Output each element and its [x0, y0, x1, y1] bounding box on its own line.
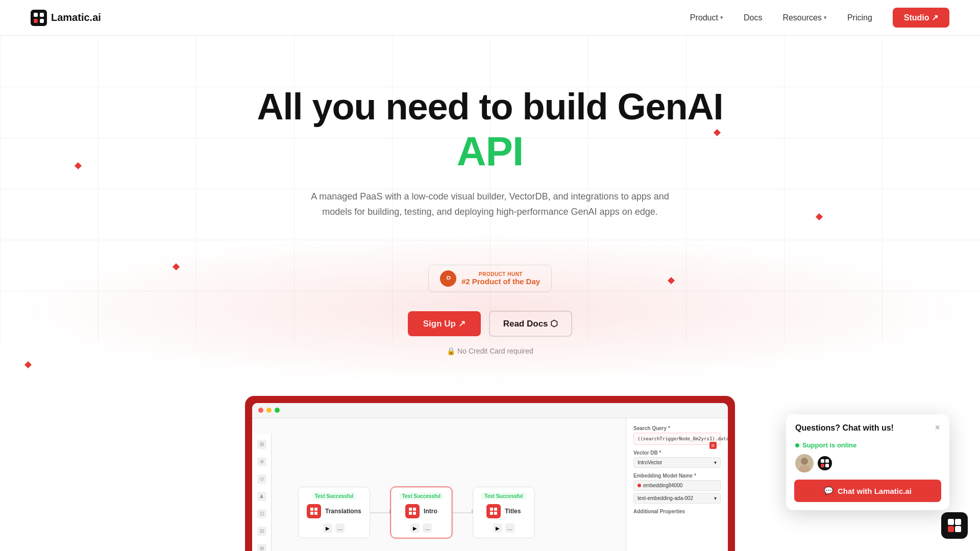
nav-product[interactable]: Product ▾	[690, 13, 723, 22]
chat-avatars	[786, 454, 949, 480]
svg-rect-27	[955, 526, 961, 532]
sidebar-icon-7[interactable]: ⊞	[257, 544, 266, 551]
nav-docs[interactable]: Docs	[744, 13, 762, 22]
product-hunt-logo	[440, 270, 456, 287]
workflow-node-intro[interactable]: Test Successful Intro ▶ …	[390, 487, 452, 538]
node-2-action-1[interactable]: ▶	[410, 523, 420, 533]
chat-cta-button[interactable]: 💬 Chat with Lamatic.ai	[794, 480, 941, 502]
status-dot	[795, 443, 799, 447]
svg-point-19	[799, 465, 810, 472]
search-query-value[interactable]: ((searchTriggerNode_8m2yrs1).dataset_sea…	[633, 433, 721, 445]
chat-icon: 💬	[824, 486, 834, 495]
node-1-icon	[307, 504, 321, 518]
query-action-icon[interactable]: ⊡	[709, 442, 717, 449]
node-1-action-1[interactable]: ▶	[323, 523, 332, 533]
connector-2	[452, 512, 473, 513]
canvas-area: ⊞ ⊛ ⊙ ♟ ⊡ ⊟ ⊞ Test Successful	[252, 418, 728, 551]
window-dot-green	[275, 408, 280, 413]
svg-rect-25	[955, 519, 961, 525]
svg-rect-1	[34, 13, 38, 17]
node-2-action-2[interactable]: …	[423, 523, 432, 533]
svg-rect-0	[31, 10, 47, 26]
search-query-label: Search Query *	[633, 425, 721, 431]
svg-rect-16	[490, 512, 493, 515]
select-chevron: ▾	[714, 460, 717, 465]
navbar: Lamatic.ai Product ▾ Docs Resources ▾ Pr…	[0, 0, 980, 36]
svg-rect-8	[310, 512, 313, 515]
svg-rect-12	[409, 512, 412, 515]
svg-rect-17	[494, 512, 497, 515]
workflow-nodes: Test Successful Translations ▶ …	[278, 487, 650, 538]
svg-rect-11	[413, 508, 416, 511]
chat-widget: Questions? Chat with us! × Support is on…	[786, 414, 949, 510]
embedding-dot	[638, 484, 641, 487]
svg-point-18	[801, 458, 808, 465]
chat-status: Support is online	[786, 441, 949, 454]
chat-avatar-bot	[818, 456, 832, 470]
svg-rect-26	[948, 526, 954, 532]
node-3-action-1[interactable]: ▶	[493, 523, 502, 533]
sidebar-icon-6[interactable]: ⊟	[257, 527, 266, 536]
node-1-action-2[interactable]: …	[335, 523, 345, 533]
node-2-status: Test Successful	[399, 492, 444, 500]
cta-buttons: Sign Up ↗ Read Docs ⬡	[0, 311, 980, 337]
embedding-model-select[interactable]: text-embedding-ada-002 ▾	[633, 493, 721, 504]
workflow-node-translations[interactable]: Test Successful Translations ▶ …	[298, 487, 370, 538]
svg-rect-13	[413, 512, 416, 515]
node-3-icon	[486, 504, 501, 518]
svg-rect-22	[821, 464, 824, 467]
chat-status-text: Support is online	[802, 441, 856, 449]
laptop-screen: ⊞ ⊛ ⊙ ♟ ⊡ ⊟ ⊞ Test Successful	[252, 403, 728, 551]
resources-chevron-icon: ▾	[824, 14, 827, 21]
svg-rect-9	[314, 512, 317, 515]
studio-button[interactable]: Studio ↗	[893, 8, 949, 28]
sidebar-icon-5[interactable]: ⊡	[257, 509, 266, 518]
svg-rect-6	[310, 508, 313, 511]
embedding-model-value-1[interactable]: embedding84000	[633, 480, 721, 491]
nav-links: Product ▾ Docs Resources ▾ Pricing Studi…	[690, 8, 949, 28]
product-hunt-text: PRODUCT HUNT #2 Product of the Day	[461, 271, 540, 286]
sidebar-icon-1[interactable]: ⊞	[257, 440, 266, 449]
svg-rect-20	[821, 459, 824, 463]
logo[interactable]: Lamatic.ai	[31, 10, 101, 26]
svg-rect-4	[40, 19, 44, 23]
nav-pricing[interactable]: Pricing	[847, 13, 872, 22]
vector-db-select[interactable]: IntroVector ▾	[633, 457, 721, 468]
logo-icon	[31, 10, 47, 26]
svg-point-5	[444, 274, 453, 283]
chat-avatar-human	[795, 454, 814, 472]
node-3-action-2[interactable]: …	[505, 523, 514, 533]
product-chevron-icon: ▾	[720, 14, 723, 21]
hero-title-line1: All you need to build GenAI	[0, 87, 980, 127]
sidebar-icon-3[interactable]: ⊙	[257, 474, 266, 484]
product-hunt-badge[interactable]: PRODUCT HUNT #2 Product of the Day	[428, 265, 552, 292]
workflow-node-titles[interactable]: Test Successful Titles ▶ …	[473, 487, 534, 538]
lamatic-bot-icon[interactable]	[941, 512, 968, 539]
svg-rect-10	[409, 508, 412, 511]
window-dot-yellow	[266, 408, 272, 413]
node-3-label: Titles	[505, 508, 521, 515]
node-3-status: Test Successful	[481, 492, 526, 500]
laptop-frame: ⊞ ⊛ ⊙ ♟ ⊡ ⊟ ⊞ Test Successful	[245, 396, 735, 551]
right-panel: Search Query * ((searchTriggerNode_8m2yr…	[626, 418, 728, 551]
hero-section: All you need to build GenAI API A manage…	[0, 36, 980, 386]
svg-rect-24	[948, 519, 954, 525]
sidebar-icon-2[interactable]: ⊛	[257, 457, 266, 466]
select-chevron-2: ▾	[714, 495, 717, 501]
read-docs-button[interactable]: Read Docs ⬡	[489, 311, 573, 337]
embedding-model-label: Embedding Model Name *	[633, 473, 721, 479]
chat-title: Questions? Chat with us!	[795, 423, 894, 433]
svg-rect-23	[825, 464, 829, 467]
hero-title-line2: API	[0, 129, 980, 174]
sidebar-icon-4[interactable]: ♟	[257, 492, 266, 501]
connector-1	[370, 512, 390, 513]
hero-subtitle: A managed PaaS with a low-code visual bu…	[296, 189, 684, 219]
chat-close-button[interactable]: ×	[935, 422, 940, 433]
svg-rect-15	[494, 508, 497, 511]
node-2-icon	[405, 504, 420, 518]
signup-button[interactable]: Sign Up ↗	[408, 311, 481, 336]
node-1-label: Translations	[325, 508, 361, 515]
no-credit-card-text: 🔒 No Credit Card required	[0, 347, 980, 355]
svg-rect-21	[825, 459, 829, 463]
nav-resources[interactable]: Resources ▾	[782, 13, 826, 22]
